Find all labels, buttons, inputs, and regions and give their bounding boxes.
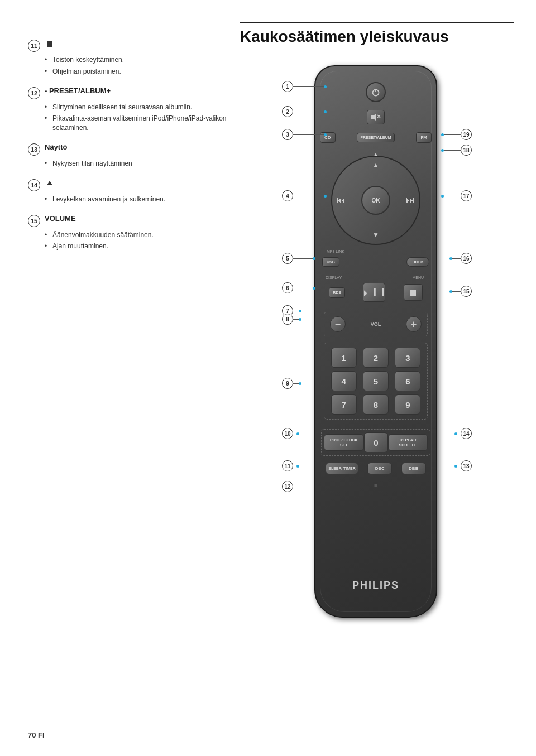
mute-icon [371,113,381,121]
bullet-14-1: Levykelkan avaaminen ja sulkeminen. [45,195,229,204]
num4-button[interactable]: 4 [331,371,357,391]
instruction-title-11 [45,39,52,47]
bullet-15-2: Ajan muuttaminen. [45,242,229,251]
callout-num-14: 14 [454,428,472,439]
callout-num-1: 1 [282,81,327,92]
menu-label: MENU [412,276,424,280]
bullet-list-12: Siirtyminen edelliseen tai seuraavaan al… [45,103,229,133]
repeat-shuffle-button[interactable]: REPEAT/ SHUFFLE [388,434,428,451]
instruction-block-13: 13 Näyttö Nykyisen tilan näyttäminen [28,143,229,168]
callout-num-5: 5 [282,253,315,264]
dpad-area: ▲ ▼ ⏮ ⏭ [331,156,420,245]
philips-logo: PHILIPS [352,580,399,591]
prog-clock-set-button[interactable]: PROG/ CLOCK SET [324,434,364,451]
instruction-block-15: 15 VOLUME Äänenvoimakkuuden säätäminen. … [28,214,229,252]
zero-button[interactable]: 0 [364,432,389,452]
bullet-list-13: Nykyisen tilan näyttäminen [45,159,229,168]
instructions-column: 11 Toiston keskeyttäminen. Ohjelman pois… [28,22,240,734]
source-buttons-row: CD PRESET/ALBUM FM [320,132,432,143]
bullet-13-1: Nykyisen tilan näyttäminen [45,159,229,168]
callout-num-19: 19 [441,129,472,140]
instruction-title-15: VOLUME [45,214,76,223]
bullet-list-15: Äänenvoimakkuuden säätäminen. Ajan muutt… [45,230,229,252]
right-column: Kaukosäätimen yleiskuvaus [240,22,514,734]
preset-album-button[interactable]: PRESET/ALBUM [357,133,394,142]
instruction-block-12: 12 - PRESET/ALBUM+ Siirtyminen edellisee… [28,86,229,133]
stop-icon [410,290,416,296]
usb-button[interactable]: USB [322,257,339,267]
callout-num-10: 10 [282,428,299,439]
stop-icon [47,41,52,47]
num1-button[interactable]: 1 [331,348,357,368]
bullet-12-1: Siirtyminen edelliseen tai seuraavaan al… [45,103,229,112]
callout-12: 12 [28,87,40,99]
special-buttons-row: PROG/ CLOCK SET 0 REPEAT/ SHUFFLE [321,429,430,456]
num2-button[interactable]: 2 [363,348,389,368]
vol-area: − VOL + [324,312,428,336]
bullet-list-11: Toiston keskeyttäminen. Ohjelman poistam… [45,55,229,76]
callout-num-8: 8 [282,314,302,325]
num8-button[interactable]: 8 [363,394,389,415]
vol-minus-button[interactable]: − [330,316,346,332]
bullet-11-1: Toiston keskeyttäminen. [45,55,229,65]
callout-11: 11 [28,40,40,52]
sleep-timer-button[interactable]: SLEEP/ TIMER [326,463,358,474]
play-pause-button[interactable]: ⏵❙❙ [363,283,385,302]
eject-icon [47,181,52,185]
dpad-right-next[interactable]: ⏭ [406,195,415,205]
page-title: Kaukosäätimen yleiskuvaus [240,22,514,46]
callout-num-2: 2 [282,106,327,117]
callout-num-11: 11 [282,460,299,471]
power-icon [371,87,381,97]
dpad-down[interactable]: ▼ [372,229,379,239]
ok-button[interactable]: OK [361,186,390,215]
instruction-block-14: 14 Levykelkan avaaminen ja sulkeminen. [28,179,229,204]
callout-num-16: 16 [449,253,472,264]
instruction-block-11: 11 Toiston keskeyttäminen. Ohjelman pois… [28,39,229,76]
stop-button[interactable] [404,284,423,301]
num5-button[interactable]: 5 [363,371,389,391]
num6-button[interactable]: 6 [395,371,420,391]
callout-13: 13 [28,143,40,156]
dpad-left-prev[interactable]: ⏮ [337,195,346,205]
remote-body: CD PRESET/ALBUM FM ▲ ▲ ▼ [314,65,437,618]
dpad-ring: ▲ ▼ ⏮ ⏭ [331,156,420,245]
callout-num-13: 13 [454,460,472,471]
bullet-15-1: Äänenvoimakkuuden säätäminen. [45,230,229,240]
callout-num-18: 18 [441,145,472,156]
mp3-link-label: MP3 LINK [327,249,344,253]
numpad-area: 1 2 3 4 5 6 7 8 9 [324,343,428,420]
callout-num-6: 6 [282,282,315,293]
callout-15: 15 [28,215,40,227]
rds-button[interactable]: RDS [329,287,345,298]
num3-button[interactable]: 3 [395,348,420,368]
num9-button[interactable]: 9 [395,394,420,415]
callout-num-4: 4 [282,190,327,201]
dpad-up[interactable]: ▲ [372,161,379,169]
bottom-buttons-row: SLEEP/ TIMER DSC DBB [321,463,430,474]
num7-button[interactable]: 7 [331,394,357,415]
callout-14: 14 [28,179,40,191]
bullet-12-2: Pikavalinta-aseman valitseminen iPod/iPh… [45,114,229,133]
mute-button[interactable] [367,110,385,124]
bullet-11-2: Ohjelman poistaminen. [45,67,229,76]
dock-button[interactable]: DOCK [406,257,429,267]
svg-marker-2 [371,114,376,121]
instruction-title-14 [45,179,52,187]
callout-num-3: 3 [282,129,327,140]
power-button[interactable] [366,82,386,102]
fm-button[interactable]: FM [416,132,432,143]
callout-num-9: 9 [282,378,302,389]
page-footer: 70 FI [28,731,45,739]
playback-row: RDS ⏵❙❙ [320,283,432,302]
dbb-button[interactable]: DBB [401,463,426,474]
dsc-button[interactable]: DSC [367,463,392,474]
callout-num-17: 17 [441,190,472,201]
vol-plus-button[interactable]: + [406,316,422,332]
vol-label: VOL [371,321,381,327]
instruction-title-13: Näyttö [45,143,67,151]
instruction-title-12: - PRESET/ALBUM+ [45,86,111,95]
bullet-list-14: Levykelkan avaaminen ja sulkeminen. [45,195,229,204]
display-label: DISPLAY [326,276,342,280]
callout-num-15: 15 [449,286,472,297]
